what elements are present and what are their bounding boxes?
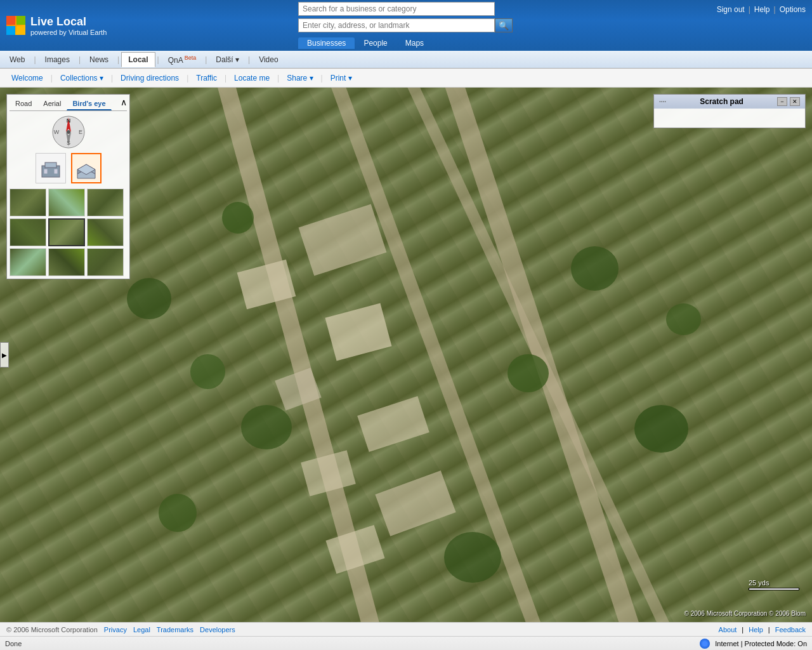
tab-businesses[interactable]: Businesses	[298, 37, 355, 49]
tab-local[interactable]: Local	[121, 52, 155, 67]
nav-tabs-bar: Web | Images | News | Local | QnA | Dalš…	[0, 51, 812, 69]
tab-news[interactable]: News	[82, 52, 115, 67]
thumbnail-4[interactable]	[10, 218, 46, 246]
svg-text:E: E	[78, 129, 82, 135]
scratch-pad-controls: − ✕	[777, 97, 800, 106]
scratch-pad-drag-handle: ····	[659, 98, 666, 105]
thumbnail-7[interactable]	[10, 248, 46, 276]
location-search-row: 🔍	[298, 18, 514, 32]
top-right-area: Sign out | Help | Options	[717, 5, 806, 14]
footer-legal[interactable]: Legal	[133, 626, 150, 633]
nav-traffic[interactable]: Traffic	[191, 71, 222, 85]
svg-point-11	[67, 130, 70, 134]
svg-rect-13	[45, 162, 56, 168]
thumbnail-9[interactable]	[87, 248, 124, 276]
svg-rect-15	[54, 169, 58, 174]
compass[interactable]: N S W E	[51, 115, 86, 149]
svg-rect-14	[44, 169, 48, 174]
svg-rect-1	[16, 16, 25, 25]
svg-text:S: S	[66, 140, 70, 146]
thumbnail-2[interactable]	[48, 189, 85, 216]
tab-dalsi[interactable]: Další ▾	[209, 52, 246, 67]
scratch-pad-minimize[interactable]: −	[777, 97, 787, 106]
footer-feedback[interactable]: Feedback	[775, 626, 806, 633]
footer-about[interactable]: About	[719, 626, 737, 633]
thumbnail-6[interactable]	[87, 218, 124, 246]
scale-bar: 25 yds	[749, 579, 799, 590]
tab-web[interactable]: Web	[3, 52, 32, 67]
svg-rect-2	[6, 26, 15, 35]
thumbnail-3[interactable]	[87, 189, 124, 216]
footer-developers[interactable]: Developers	[200, 626, 235, 633]
flat-view-icon[interactable]	[36, 153, 66, 183]
svg-rect-0	[6, 16, 15, 25]
header: Live Local powered by Virtual Earth 🔍 Bu…	[0, 0, 812, 51]
scratch-pad-close[interactable]: ✕	[790, 97, 800, 106]
tab-people[interactable]: People	[355, 37, 396, 49]
tab-maps[interactable]: Maps	[396, 37, 433, 49]
logo-text: Live Local powered by Virtual Earth	[30, 15, 107, 36]
status-bar: Done Internet | Protected Mode: On	[0, 636, 812, 650]
status-right: Internet | Protected Mode: On	[700, 639, 807, 649]
location-search-input[interactable]	[298, 18, 495, 32]
footer-help[interactable]: Help	[749, 626, 763, 633]
view-panel-collapse[interactable]: ∧	[121, 97, 127, 110]
search-area: 🔍 Businesses People Maps	[298, 2, 514, 49]
nav-welcome[interactable]: Welcome	[6, 71, 48, 85]
nav-share[interactable]: Share ▾	[282, 71, 318, 85]
footer-trademarks[interactable]: Trademarks	[157, 626, 193, 633]
scratch-pad: ···· Scratch pad − ✕	[653, 94, 806, 128]
nav-locate[interactable]: Locate me	[229, 71, 275, 85]
status-text: Done	[5, 640, 22, 647]
options-link[interactable]: Options	[780, 5, 806, 14]
tab-video[interactable]: Video	[252, 52, 285, 67]
compass-area: N S W E	[10, 115, 127, 149]
scratch-pad-title: Scratch pad	[700, 97, 743, 106]
nav-collections[interactable]: Collections ▾	[55, 71, 108, 85]
thumbnail-1[interactable]	[10, 189, 46, 216]
map-view-panel: Road Aerial Bird's eye ∧ N S W E	[6, 94, 130, 279]
svg-rect-3	[16, 26, 25, 35]
logo-icon	[6, 16, 25, 35]
search-tabs-bar: Businesses People Maps	[298, 37, 514, 49]
map-container[interactable]: Road Aerial Bird's eye ∧ N S W E	[0, 88, 812, 622]
logo-area: Live Local powered by Virtual Earth	[6, 15, 107, 36]
internet-icon	[700, 639, 710, 649]
tab-birds-eye[interactable]: Bird's eye	[67, 97, 111, 110]
secondary-nav: Welcome | Collections ▾ | Driving direct…	[0, 69, 812, 88]
footer-privacy[interactable]: Privacy	[104, 626, 127, 633]
footer-right: About | Help | Feedback	[719, 626, 806, 633]
business-search-input[interactable]	[298, 2, 495, 16]
map-copyright: © 2006 Microsoft Corporation © 2006 Blom	[684, 610, 806, 617]
thumbnail-5[interactable]	[48, 218, 85, 246]
footer-left: © 2006 Microsoft Corporation Privacy Leg…	[6, 626, 235, 633]
scratch-pad-header[interactable]: ···· Scratch pad − ✕	[654, 95, 805, 109]
tab-road[interactable]: Road	[10, 97, 37, 110]
scale-label: 25 yds	[749, 579, 769, 587]
search-button[interactable]: 🔍	[495, 18, 513, 32]
sign-out-link[interactable]: Sign out	[717, 5, 745, 14]
nav-driving[interactable]: Driving directions	[115, 71, 184, 85]
footer-copyright: © 2006 Microsoft Corporation	[6, 626, 98, 633]
tab-aerial[interactable]: Aerial	[37, 97, 67, 110]
svg-text:N: N	[66, 117, 70, 124]
view-tabs: Road Aerial Bird's eye ∧	[10, 97, 127, 111]
tab-images[interactable]: Images	[38, 52, 77, 67]
footer: © 2006 Microsoft Corporation Privacy Leg…	[0, 622, 812, 636]
help-link[interactable]: Help	[754, 5, 770, 14]
thumbnails-grid	[10, 189, 127, 276]
nav-print[interactable]: Print ▾	[325, 71, 357, 85]
3d-view-icon[interactable]	[71, 153, 102, 183]
svg-text:W: W	[53, 129, 59, 135]
expand-panel-arrow[interactable]: ▶	[0, 342, 9, 368]
building-icons	[10, 153, 127, 183]
tab-qna[interactable]: QnA	[161, 51, 204, 68]
thumbnail-8[interactable]	[48, 248, 85, 276]
scratch-pad-body	[654, 109, 805, 128]
business-search-row	[298, 2, 514, 16]
scale-line	[749, 588, 799, 590]
internet-status: Internet | Protected Mode: On	[715, 640, 807, 647]
